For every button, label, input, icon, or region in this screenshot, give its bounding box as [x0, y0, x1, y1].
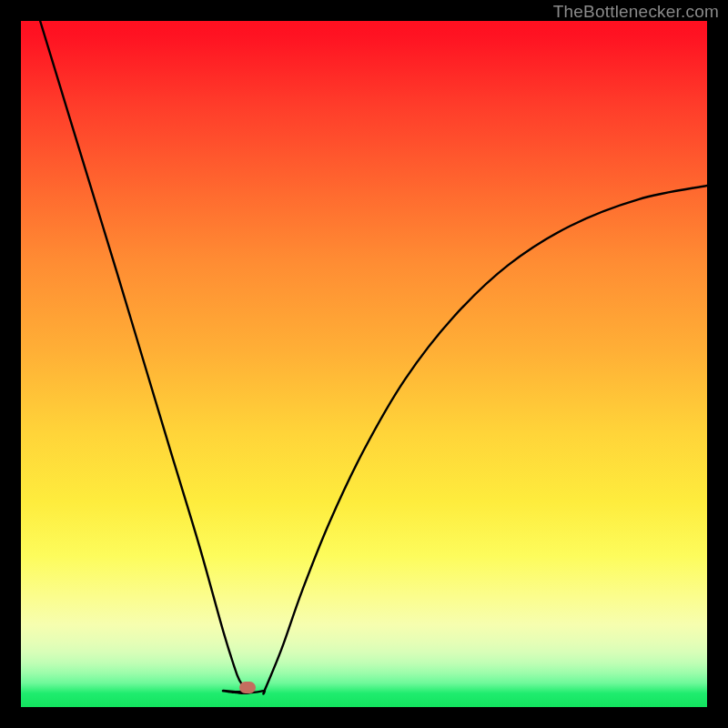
optimum-marker [239, 682, 256, 693]
curve-svg [21, 21, 707, 707]
attribution-label: TheBottlenecker.com [553, 2, 719, 22]
bottleneck-curve [40, 21, 707, 694]
